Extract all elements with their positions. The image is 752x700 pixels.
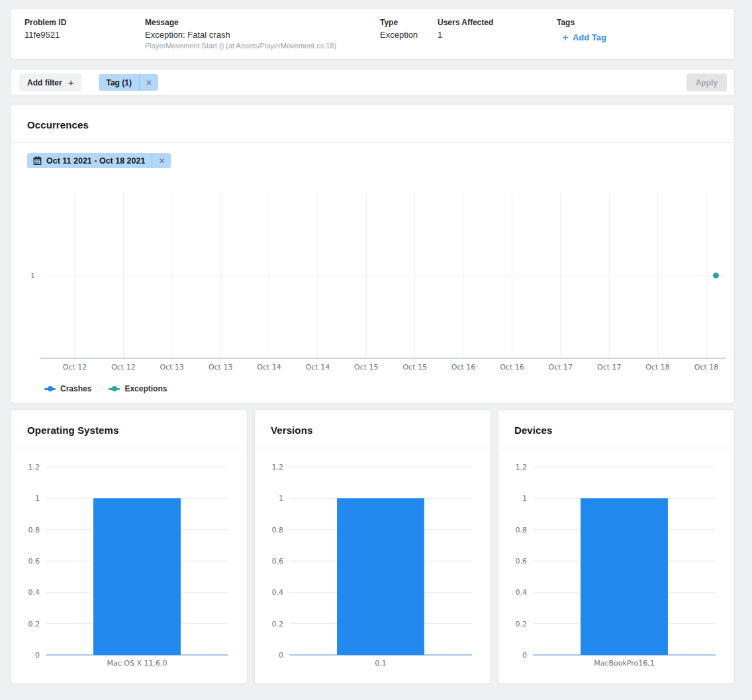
problem-summary-panel: Problem ID 11fe9521 Message Exception: F… [11, 8, 735, 60]
message-field: Message Exception: Fatal crash PlayerMov… [145, 18, 380, 48]
svg-text:0.6: 0.6 [272, 557, 284, 566]
occurrences-title: Occurrences [27, 119, 89, 130]
legend-item-crashes[interactable]: Crashes [44, 384, 91, 393]
close-icon[interactable]: ✕ [152, 153, 171, 168]
type-label: Type [380, 18, 438, 27]
stack-trace-line: PlayerMovement.Start () (at Assets/Playe… [145, 42, 380, 50]
legend-item-exceptions[interactable]: Exceptions [109, 384, 167, 393]
occurrences-panel: Occurrences Oct 11 2021 - Oct 18 2021 ✕ … [11, 104, 735, 403]
plus-icon: + [562, 33, 569, 42]
chart-legend: CrashesExceptions [27, 384, 726, 393]
svg-text:1: 1 [279, 494, 283, 503]
svg-text:Oct 18: Oct 18 [694, 363, 719, 372]
page: Problem ID 11fe9521 Message Exception: F… [0, 0, 735, 692]
svg-text:1.2: 1.2 [272, 463, 284, 472]
calendar-icon [33, 156, 42, 165]
tags-label: Tags [557, 18, 721, 27]
operating-systems-chart[interactable]: 00.20.40.60.811.2Mac OS X 11.6.0 [11, 456, 247, 677]
svg-text:0.4: 0.4 [272, 588, 284, 597]
problem-id-label: Problem ID [24, 18, 145, 27]
add-tag-button[interactable]: +Add Tag [562, 32, 721, 42]
svg-text:0.6: 0.6 [516, 557, 528, 566]
svg-text:Mac OS X 11.6.0: Mac OS X 11.6.0 [107, 659, 167, 668]
svg-text:0.8: 0.8 [272, 526, 284, 534]
tag-filter-chip[interactable]: Tag (1) ✕ [99, 74, 158, 91]
svg-text:0.2: 0.2 [272, 620, 284, 628]
svg-text:Oct 17: Oct 17 [549, 363, 573, 372]
svg-text:0.8: 0.8 [516, 526, 528, 534]
filter-bar: Add filter+ Tag (1) ✕ Apply [11, 69, 735, 96]
svg-text:1: 1 [35, 494, 40, 503]
versions-chart[interactable]: 00.20.40.60.811.20.1 [255, 456, 491, 677]
type-value: Exception [380, 30, 438, 40]
devices-title: Devices [514, 425, 552, 436]
occurrences-header: Occurrences [11, 105, 734, 143]
versions-title: Versions [271, 425, 312, 436]
versions-panel: Versions 00.20.40.60.811.20.1 [254, 409, 491, 684]
tags-field: Tags +Add Tag [557, 18, 721, 48]
operating-systems-title: Operating Systems [27, 425, 118, 436]
legend-marker-icon [109, 388, 120, 390]
svg-text:Oct 16: Oct 16 [451, 363, 476, 372]
svg-text:0: 0 [522, 651, 527, 660]
operating-systems-panel: Operating Systems 00.20.40.60.811.2Mac O… [11, 409, 248, 684]
svg-text:Oct 15: Oct 15 [402, 363, 427, 372]
breakdown-panels: Operating Systems 00.20.40.60.811.2Mac O… [11, 409, 735, 692]
svg-text:0.4: 0.4 [516, 588, 528, 597]
users-affected-value: 1 [438, 30, 557, 40]
legend-marker-icon [44, 388, 56, 390]
users-affected-label: Users Affected [438, 18, 557, 27]
devices-header: Devices [498, 410, 734, 448]
date-range-chip[interactable]: Oct 11 2021 - Oct 18 2021 ✕ [27, 153, 171, 168]
svg-text:Oct 17: Oct 17 [597, 363, 622, 372]
close-icon[interactable]: ✕ [139, 74, 158, 91]
svg-text:Oct 12: Oct 12 [63, 363, 87, 372]
operating-systems-header: Operating Systems [11, 410, 247, 448]
svg-text:Oct 12: Oct 12 [111, 363, 136, 372]
occurrences-chart[interactable]: Oct 12Oct 12Oct 13Oct 13Oct 14Oct 14Oct … [27, 191, 726, 378]
svg-text:0: 0 [35, 651, 40, 660]
svg-text:Oct 18: Oct 18 [645, 363, 670, 372]
problem-id-field: Problem ID 11fe9521 [24, 18, 145, 48]
svg-text:1: 1 [30, 272, 35, 280]
occurrences-body: Oct 11 2021 - Oct 18 2021 ✕ Oct 12Oct 12… [11, 143, 734, 403]
date-range-label: Oct 11 2021 - Oct 18 2021 [42, 156, 152, 166]
svg-text:1: 1 [522, 494, 527, 503]
users-affected-field: Users Affected 1 [438, 18, 557, 48]
svg-text:1.2: 1.2 [28, 463, 40, 472]
svg-text:0.2: 0.2 [516, 620, 528, 628]
svg-text:0.2: 0.2 [28, 620, 40, 628]
add-filter-label: Add filter [27, 78, 62, 87]
apply-button[interactable]: Apply [686, 74, 727, 91]
svg-text:Oct 15: Oct 15 [354, 363, 379, 372]
svg-text:Oct 13: Oct 13 [160, 363, 185, 372]
svg-text:Oct 14: Oct 14 [306, 363, 330, 372]
legend-label: Exceptions [124, 384, 167, 393]
devices-chart[interactable]: 00.20.40.60.811.2MacBookPro16,1 [498, 456, 734, 677]
svg-text:0.8: 0.8 [28, 526, 40, 534]
type-field: Type Exception [380, 18, 438, 48]
svg-text:0.4: 0.4 [28, 588, 40, 597]
svg-text:Oct 14: Oct 14 [257, 363, 281, 372]
devices-panel: Devices 00.20.40.60.811.2MacBookPro16,1 [498, 409, 735, 684]
svg-text:0.6: 0.6 [28, 557, 40, 566]
svg-text:0: 0 [279, 651, 283, 660]
legend-label: Crashes [60, 384, 91, 393]
svg-text:0.1: 0.1 [375, 659, 387, 668]
message-label: Message [145, 18, 380, 27]
tag-chip-label: Tag (1) [99, 78, 138, 87]
svg-text:Oct 13: Oct 13 [209, 363, 233, 372]
svg-text:MacBookPro16,1: MacBookPro16,1 [594, 659, 655, 668]
message-value: Exception: Fatal crash [145, 30, 380, 40]
add-filter-button[interactable]: Add filter+ [19, 74, 81, 91]
plus-icon: + [68, 77, 74, 88]
svg-text:1.2: 1.2 [516, 463, 528, 472]
svg-text:Oct 16: Oct 16 [500, 363, 524, 372]
versions-header: Versions [255, 410, 491, 448]
problem-id-value: 11fe9521 [24, 30, 145, 40]
add-tag-label: Add Tag [573, 32, 606, 42]
